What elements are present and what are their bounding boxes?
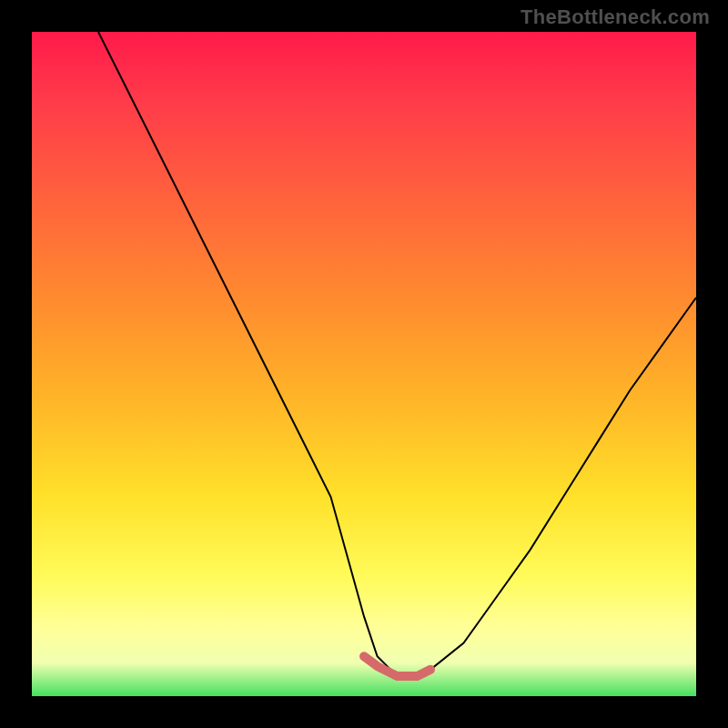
watermark-text: TheBottleneck.com — [521, 5, 710, 29]
chart-svg — [32, 32, 696, 696]
plot-area — [32, 32, 696, 696]
chart-frame: TheBottleneck.com — [0, 0, 728, 728]
bottleneck-curve — [98, 32, 696, 676]
highlight-segment — [364, 656, 430, 676]
